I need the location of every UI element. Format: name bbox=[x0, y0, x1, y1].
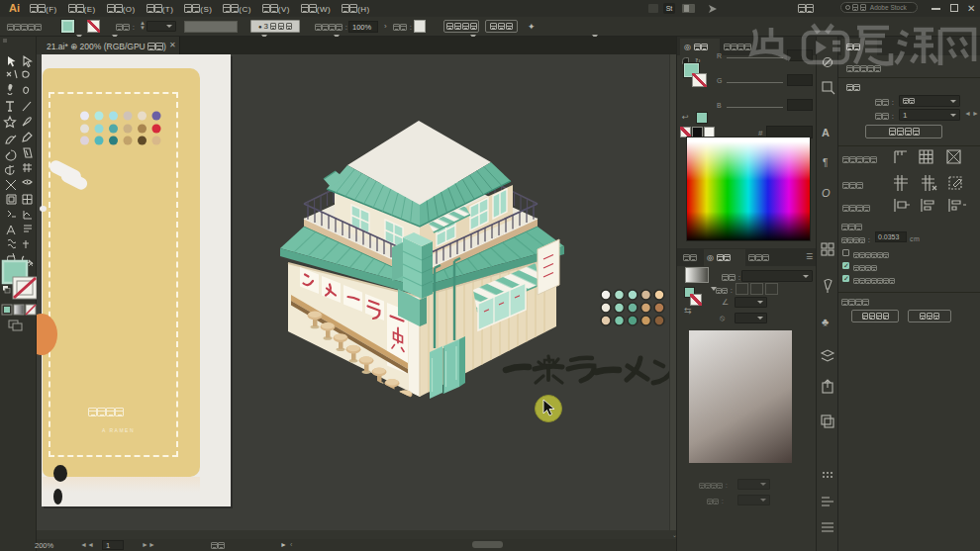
svg-text:A: A bbox=[822, 127, 830, 138]
svg-text:¶: ¶ bbox=[823, 157, 828, 168]
svg-text:♣: ♣ bbox=[822, 316, 829, 327]
svg-text:O: O bbox=[822, 187, 831, 199]
